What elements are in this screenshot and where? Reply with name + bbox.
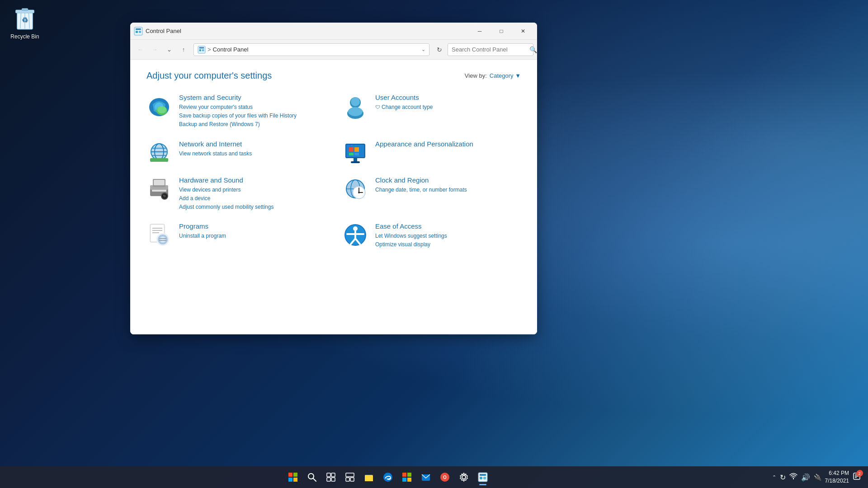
address-bar[interactable]: > Control Panel ⌄ [193, 43, 429, 56]
system-security-link-2[interactable]: Save backup copies of your files with Fi… [179, 112, 297, 120]
titlebar: Control Panel ─ □ ✕ [130, 23, 537, 40]
search-icon[interactable]: 🔍 [529, 46, 537, 53]
clock-region-title[interactable]: Clock and Region [375, 176, 467, 184]
system-tray-expand[interactable]: ⌃ [772, 474, 776, 480]
mail-button[interactable] [417, 468, 435, 486]
taskbar-time[interactable]: 6:42 PM 7/18/2021 [825, 469, 849, 485]
page-title: Adjust your computer's settings [146, 70, 272, 81]
back-button[interactable]: ← [134, 43, 146, 56]
system-security-link-1[interactable]: Review your computer's status [179, 103, 297, 112]
hardware-sound-title[interactable]: Hardware and Sound [179, 176, 274, 184]
file-explorer-button[interactable] [360, 468, 378, 486]
user-accounts-text: User Accounts 🛡Change account type [375, 94, 433, 112]
category-appearance[interactable]: Appearance and Personalization [343, 140, 521, 165]
svg-point-23 [351, 97, 360, 106]
svg-rect-88 [346, 478, 349, 481]
wifi-icon[interactable] [789, 473, 797, 482]
hardware-sound-text: Hardware and Sound View devices and prin… [179, 176, 274, 212]
mail-icon [421, 472, 431, 482]
hardware-sound-link-3[interactable]: Adjust commonly used mobility settings [179, 203, 274, 211]
address-chevron-icon[interactable]: ⌄ [421, 47, 425, 52]
svg-rect-103 [480, 474, 486, 476]
category-network-internet[interactable]: Network and Internet View network status… [146, 140, 325, 165]
svg-rect-104 [480, 477, 482, 479]
taskbar-search-button[interactable] [303, 468, 321, 486]
appearance-title[interactable]: Appearance and Personalization [375, 140, 473, 148]
system-security-link-3[interactable]: Backup and Restore (Windows 7) [179, 120, 297, 129]
address-bar-icon [198, 46, 206, 54]
settings-icon [459, 472, 469, 482]
programs-title[interactable]: Programs [179, 222, 226, 230]
forward-button[interactable]: → [148, 43, 161, 56]
category-ease-of-access[interactable]: Ease of Access Let Windows suggest setti… [343, 222, 521, 249]
minimize-button[interactable]: ─ [469, 24, 490, 38]
category-system-security[interactable]: System and Security Review your computer… [146, 94, 325, 129]
view-by-label: View by: [465, 72, 487, 79]
clock-region-link-1[interactable]: Change date, time, or number formats [375, 186, 467, 194]
notification-center-button[interactable]: 2 [853, 472, 861, 482]
svg-rect-91 [365, 476, 373, 481]
volume-icon[interactable]: 🔊 [801, 473, 810, 482]
task-view-icon [326, 473, 335, 482]
search-input[interactable] [452, 46, 528, 53]
content-area: Adjust your computer's settings View by:… [130, 60, 537, 334]
ease-of-access-link-1[interactable]: Let Windows suggest settings [375, 232, 447, 240]
svg-point-49 [163, 195, 164, 196]
edge-browser-button[interactable] [379, 468, 397, 486]
refresh-icon[interactable]: ↻ [780, 473, 786, 482]
address-path: Control Panel [213, 46, 420, 53]
network-internet-title[interactable]: Network and Internet [179, 140, 252, 148]
svg-rect-83 [327, 473, 330, 477]
svg-rect-37 [349, 153, 354, 155]
programs-text: Programs Uninstall a program [179, 222, 226, 240]
microsoft-store-button[interactable] [398, 468, 416, 486]
clock-region-icon [343, 176, 368, 202]
recycle-bin-svg: ♻ [11, 5, 38, 32]
ease-of-access-title[interactable]: Ease of Access [375, 222, 447, 230]
category-clock-region[interactable]: Clock and Region Change date, time, or n… [343, 176, 521, 212]
hardware-sound-link-1[interactable]: View devices and printers [179, 186, 274, 194]
maximize-button[interactable]: □ [491, 24, 512, 38]
system-security-title[interactable]: System and Security [179, 94, 297, 101]
category-user-accounts[interactable]: User Accounts 🛡Change account type [343, 94, 521, 129]
svg-rect-14 [199, 47, 204, 48]
svg-rect-15 [199, 49, 202, 52]
category-programs[interactable]: Programs Uninstall a program [146, 222, 325, 249]
edge-icon [383, 472, 393, 482]
view-by-dropdown[interactable]: Category ▼ [490, 72, 521, 79]
svg-rect-86 [331, 478, 335, 481]
refresh-button[interactable]: ↻ [433, 43, 446, 56]
up-button[interactable]: ↑ [177, 43, 190, 56]
close-button[interactable]: ✕ [513, 24, 533, 38]
svg-point-81 [308, 474, 314, 479]
control-panel-taskbar-button[interactable] [474, 468, 492, 486]
view-by-control: View by: Category ▼ [465, 72, 521, 79]
recent-locations-button[interactable]: ⌄ [163, 43, 175, 56]
svg-rect-44 [154, 180, 165, 185]
svg-rect-78 [293, 473, 297, 477]
network-internet-link-1[interactable]: View network status and tasks [179, 150, 252, 158]
recycle-bin-icon[interactable]: ♻ Recycle Bin [5, 5, 45, 40]
clock-region-text: Clock and Region Change date, time, or n… [375, 176, 467, 194]
programs-link-1[interactable]: Uninstall a program [179, 232, 226, 240]
user-accounts-title[interactable]: User Accounts [375, 94, 433, 101]
task-view-button[interactable] [322, 468, 340, 486]
search-bar[interactable]: 🔍 [448, 43, 533, 56]
user-accounts-link-1[interactable]: 🛡Change account type [375, 103, 433, 112]
settings-button[interactable] [455, 468, 473, 486]
snap-layout-button[interactable] [341, 468, 359, 486]
start-button[interactable] [284, 468, 302, 486]
network-internet-text: Network and Internet View network status… [179, 140, 252, 158]
category-hardware-sound[interactable]: Hardware and Sound View devices and prin… [146, 176, 325, 212]
office-button[interactable]: O [436, 468, 454, 486]
svg-point-20 [157, 106, 166, 113]
svg-point-58 [358, 192, 360, 193]
notification-count: 2 [857, 470, 863, 476]
battery-icon[interactable]: 🔌 [814, 474, 821, 481]
navbar: ← → ⌄ ↑ > Control Panel ⌄ ↻ 🔍 [130, 40, 537, 60]
ease-of-access-link-2[interactable]: Optimize visual display [375, 240, 447, 249]
view-by-value: Category [490, 72, 514, 79]
hardware-sound-link-2[interactable]: Add a device [179, 194, 274, 203]
system-security-icon [146, 94, 172, 119]
taskbar-system-tray: ⌃ ↻ 🔊 🔌 6:42 PM 7/18/2021 [772, 469, 864, 485]
